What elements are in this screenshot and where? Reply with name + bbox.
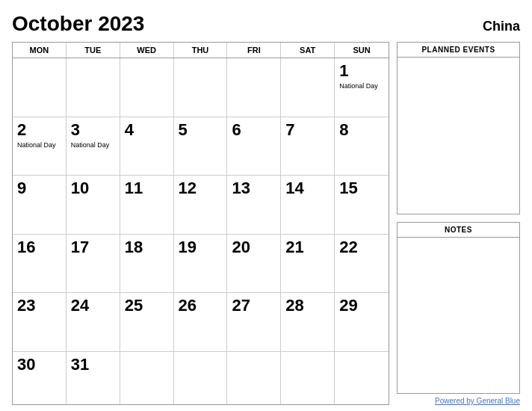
cell-day-number: 11 <box>125 179 169 198</box>
calendar-cell: 24 <box>66 293 120 352</box>
calendar-cell: 16 <box>13 235 66 294</box>
day-header-wed: WED <box>120 43 174 58</box>
cell-day-number: 26 <box>179 296 223 315</box>
day-header-tue: TUE <box>66 43 120 58</box>
calendar-country: China <box>483 19 520 34</box>
calendar-cell <box>227 352 281 404</box>
cell-day-number: 31 <box>71 355 115 374</box>
planned-events-body <box>398 58 519 214</box>
calendar-cell: 14 <box>281 176 335 235</box>
calendar-grid: 1National Day2National Day3National Day4… <box>13 58 389 404</box>
notes-header: NOTES <box>398 223 519 238</box>
calendar-cell: 11 <box>120 176 174 235</box>
sidebar: PLANNED EVENTS NOTES Powered by General … <box>397 42 520 405</box>
cell-day-number: 23 <box>17 296 61 315</box>
cell-day-number: 25 <box>125 296 169 315</box>
cell-day-number: 7 <box>285 120 330 140</box>
notes-body <box>398 238 519 394</box>
cell-day-number: 5 <box>179 120 223 140</box>
cell-day-number: 24 <box>71 296 115 315</box>
cell-day-number: 8 <box>339 120 384 140</box>
calendar-cell: 4 <box>120 117 174 176</box>
calendar-cell: 22 <box>335 235 389 294</box>
calendar-cell: 28 <box>281 293 335 352</box>
day-header-thu: THU <box>174 43 228 58</box>
day-header-sat: SAT <box>281 43 335 58</box>
calendar-cell: 6 <box>227 117 281 176</box>
calendar-cell <box>120 58 174 117</box>
cell-day-number: 9 <box>17 179 61 198</box>
cell-day-number: 22 <box>339 238 384 257</box>
calendar-cell: 13 <box>227 176 281 235</box>
cell-day-number: 21 <box>285 238 330 257</box>
calendar-cell: 27 <box>227 293 281 352</box>
planned-events-header: PLANNED EVENTS <box>398 43 519 58</box>
calendar-cell: 21 <box>281 235 335 294</box>
powered-by-link[interactable]: Powered by General Blue <box>435 397 520 405</box>
cell-day-number: 20 <box>232 238 276 257</box>
cell-day-number: 27 <box>232 296 276 315</box>
day-header-mon: MON <box>13 43 66 58</box>
calendar-cell: 20 <box>227 235 281 294</box>
cell-day-number: 13 <box>232 179 276 198</box>
cell-day-number: 4 <box>125 120 169 140</box>
planned-events-panel: PLANNED EVENTS <box>397 42 520 214</box>
calendar-title: October 2023 <box>12 12 144 36</box>
cell-day-number: 28 <box>285 296 330 315</box>
calendar-cell <box>120 352 174 404</box>
calendar-cell: 7 <box>281 117 335 176</box>
main-layout: MONTUEWEDTHUFRISATSUN 1National Day2Nati… <box>12 42 520 405</box>
cell-day-number: 16 <box>17 238 61 257</box>
calendar-cell <box>13 58 66 117</box>
calendar-cell: 2National Day <box>13 117 66 176</box>
cell-day-number: 15 <box>339 179 384 198</box>
cell-day-number: 10 <box>71 179 115 198</box>
calendar-cell: 12 <box>174 176 228 235</box>
cell-day-number: 17 <box>71 238 115 257</box>
day-header-fri: FRI <box>227 43 281 58</box>
calendar-cell: 1National Day <box>335 58 389 117</box>
calendar-cell <box>281 58 335 117</box>
calendar-cell: 25 <box>120 293 174 352</box>
powered-by: Powered by General Blue <box>397 397 520 405</box>
calendar-cell <box>227 58 281 117</box>
cell-day-number: 3 <box>71 120 115 140</box>
cell-event-label: National Day <box>17 141 61 149</box>
cell-day-number: 29 <box>339 296 384 315</box>
calendar-cell: 8 <box>335 117 389 176</box>
calendar-cell: 9 <box>13 176 66 235</box>
calendar-cell: 18 <box>120 235 174 294</box>
day-header-sun: SUN <box>335 43 389 58</box>
calendar-cell <box>174 58 228 117</box>
cell-event-label: National Day <box>339 82 384 90</box>
calendar-cell <box>281 352 335 404</box>
calendar-cell: 10 <box>66 176 120 235</box>
calendar-cell: 5 <box>174 117 228 176</box>
cell-day-number: 1 <box>339 61 384 81</box>
day-headers: MONTUEWEDTHUFRISATSUN <box>13 43 389 58</box>
cell-day-number: 19 <box>179 238 223 257</box>
calendar-cell <box>66 58 120 117</box>
cell-day-number: 12 <box>179 179 223 198</box>
calendar-section: MONTUEWEDTHUFRISATSUN 1National Day2Nati… <box>12 42 389 405</box>
calendar-cell: 29 <box>335 293 389 352</box>
calendar-cell: 3National Day <box>66 117 120 176</box>
cell-day-number: 14 <box>285 179 330 198</box>
calendar-cell: 19 <box>174 235 228 294</box>
calendar-cell: 26 <box>174 293 228 352</box>
cell-day-number: 2 <box>17 120 61 140</box>
calendar-cell <box>174 352 228 404</box>
cell-day-number: 6 <box>232 120 276 140</box>
calendar-cell: 30 <box>13 352 66 404</box>
notes-panel: NOTES <box>397 222 520 395</box>
calendar-cell: 31 <box>66 352 120 404</box>
cell-event-label: National Day <box>71 141 115 149</box>
cell-day-number: 30 <box>17 355 61 374</box>
cell-day-number: 18 <box>125 238 169 257</box>
calendar-cell: 17 <box>66 235 120 294</box>
calendar-cell: 23 <box>13 293 66 352</box>
calendar-cell <box>335 352 389 404</box>
calendar-cell: 15 <box>335 176 389 235</box>
